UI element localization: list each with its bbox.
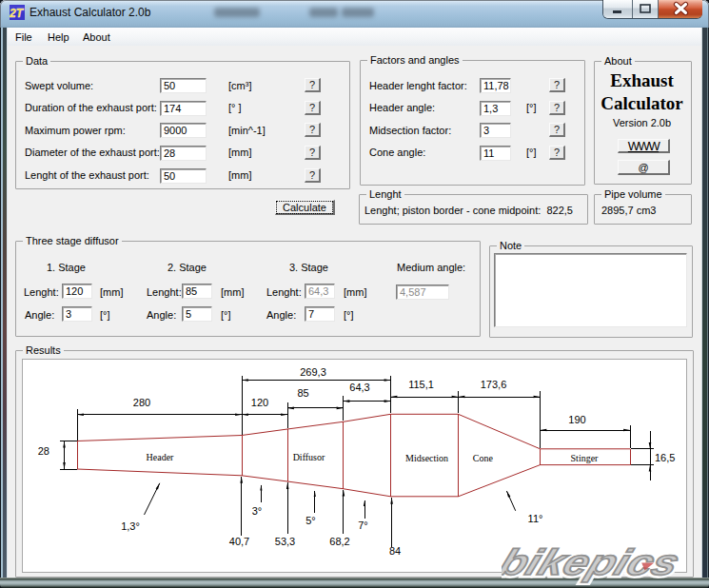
svg-text:7°: 7° (358, 519, 368, 531)
svg-text:280: 280 (133, 397, 150, 408)
svg-text:bikepics: bikepics (502, 545, 685, 582)
svg-text:11°: 11° (528, 513, 543, 524)
svg-text:173,6: 173,6 (481, 379, 507, 390)
svg-text:Diffusor: Diffusor (293, 452, 325, 462)
svg-text:Midsection: Midsection (405, 453, 448, 463)
svg-text:Cone: Cone (473, 453, 494, 463)
svg-text:120: 120 (251, 397, 268, 408)
svg-text:84: 84 (389, 545, 401, 557)
svg-text:190: 190 (568, 414, 585, 425)
svg-text:Header: Header (147, 452, 175, 462)
svg-text:115,1: 115,1 (408, 379, 434, 390)
svg-text:16,5: 16,5 (655, 452, 675, 463)
svg-text:40,7: 40,7 (229, 536, 249, 547)
svg-text:85: 85 (297, 387, 308, 399)
svg-text:64,3: 64,3 (349, 382, 369, 393)
svg-text:53,3: 53,3 (275, 536, 295, 547)
svg-text:68,2: 68,2 (329, 536, 349, 547)
svg-text:Stinger: Stinger (571, 453, 600, 463)
svg-text:2T: 2T (10, 7, 25, 20)
svg-text:1,3°: 1,3° (121, 520, 140, 532)
svg-text:3°: 3° (252, 505, 263, 517)
svg-text:269,3: 269,3 (300, 366, 326, 378)
svg-text:28: 28 (38, 445, 49, 457)
svg-text:5°: 5° (305, 515, 316, 526)
